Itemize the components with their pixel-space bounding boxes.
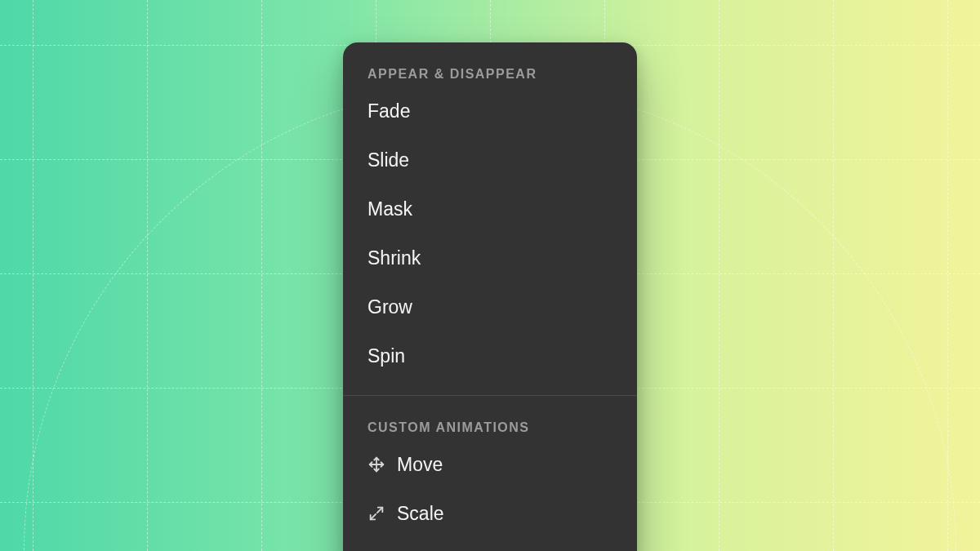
- stage-background: APPEAR & DISAPPEAR Fade Slide Mask Shrin…: [0, 0, 980, 551]
- section-custom-animations: CUSTOM ANIMATIONS: [343, 396, 637, 538]
- menu-item-mask[interactable]: Mask: [368, 184, 612, 233]
- animation-menu-panel: APPEAR & DISAPPEAR Fade Slide Mask Shrin…: [343, 42, 637, 551]
- menu-item-label: Shrink: [368, 247, 421, 269]
- menu-item-grow[interactable]: Grow: [368, 282, 612, 331]
- menu-item-label: Grow: [368, 296, 412, 318]
- move-icon: [368, 455, 385, 473]
- menu-item-scale[interactable]: Scale: [368, 489, 612, 538]
- section-title-custom-animations: CUSTOM ANIMATIONS: [368, 396, 612, 440]
- menu-item-spin[interactable]: Spin: [368, 331, 612, 380]
- menu-item-fade[interactable]: Fade: [368, 87, 612, 136]
- section-appear-disappear: APPEAR & DISAPPEAR Fade Slide Mask Shrin…: [343, 42, 637, 380]
- scale-icon: [368, 504, 385, 522]
- section-title-appear-disappear: APPEAR & DISAPPEAR: [368, 42, 612, 87]
- svg-line-3: [377, 508, 382, 513]
- menu-item-label: Move: [397, 454, 443, 476]
- menu-item-label: Spin: [368, 345, 405, 367]
- menu-item-shrink[interactable]: Shrink: [368, 233, 612, 282]
- menu-item-label: Scale: [397, 503, 444, 525]
- menu-item-slide[interactable]: Slide: [368, 136, 612, 184]
- menu-item-label: Fade: [368, 100, 410, 122]
- menu-item-label: Slide: [368, 149, 409, 171]
- menu-item-label: Mask: [368, 198, 412, 220]
- svg-line-2: [371, 514, 376, 519]
- menu-item-move[interactable]: Move: [368, 440, 612, 489]
